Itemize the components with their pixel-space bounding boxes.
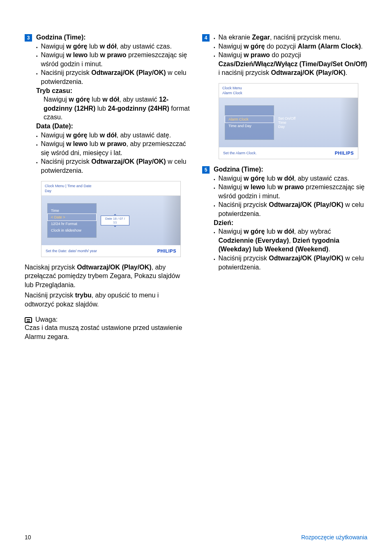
dzien-title: Dzień: xyxy=(214,219,233,226)
step3-title: Godzina (Time): xyxy=(36,34,86,41)
step5-bullet-1: Nawiguj w górę lub w dół, aby ustawić cz… xyxy=(219,174,367,183)
data-bullet-1: Nawiguj w górę lub w dół, aby ustawić da… xyxy=(41,131,190,140)
two-column-layout: 3 Godzina (Time): • Nawiguj w górę lub w… xyxy=(25,33,367,341)
philips-logo: PHILIPS xyxy=(335,151,354,155)
step-4: 4 • Na ekranie Zegar, naciśnij przycisk … xyxy=(202,33,367,77)
shot2-subtitle: Alarm Clock xyxy=(219,91,358,98)
step-5: 5 Godzina (Time): • Nawiguj w górę lub w… xyxy=(202,165,367,272)
paragraph-play-ok: Naciskaj przycisk Odtwarzaj/OK (Play/OK)… xyxy=(25,263,190,290)
menu-item-12-24: 12/24 hr Format xyxy=(48,220,96,227)
screenshot-time-and-date: Clock Menu | Time and Date Day Time < Da… xyxy=(41,181,181,257)
step3-bullet-1: Nawiguj w górę lub w dół, aby ustawić cz… xyxy=(41,42,190,51)
step-badge-5: 5 xyxy=(202,166,210,174)
section-name: Rozpoczęcie użytkowania xyxy=(301,534,367,541)
data-title: Data (Date): xyxy=(36,123,73,130)
shot2-breadcrumb: Clock Menu xyxy=(219,84,358,91)
shot1-subtitle: Day xyxy=(42,189,180,196)
step-3: 3 Godzina (Time): • Nawiguj w górę lub w… xyxy=(25,33,190,175)
step5-bullet-2: Nawiguj w lewo lub w prawo przemieszczaj… xyxy=(219,183,367,200)
step4-bullet-1: Na ekranie Zegar, naciśnij przycisk menu… xyxy=(219,33,367,42)
step3-bullet-2: Nawiguj w lewo lub w prawo przemieszczaj… xyxy=(41,51,190,68)
menu-item-time: Time xyxy=(48,207,96,214)
shot1-menu: Time < Date > 12/24 hr Format Clock in s… xyxy=(47,203,97,238)
step4-bullet-3: Nawiguj w prawo do pozycji Czas/Dzień/Wł… xyxy=(219,51,367,77)
menu-item-date: < Date > xyxy=(47,214,97,221)
page-number: 10 xyxy=(25,534,31,541)
step5-title: Godzina (Time): xyxy=(214,166,263,173)
screenshot-alarm-clock: Clock Menu Alarm Clock Alarm Clock Time … xyxy=(219,83,358,159)
note-label: Uwaga: xyxy=(35,316,58,323)
step-badge-3: 3 xyxy=(25,34,32,42)
dzien-bullet-1: Nawiguj w górę lub w dół, aby wybrać Cod… xyxy=(219,227,367,254)
menu-item-alarm-clock: Alarm Clock xyxy=(225,116,274,123)
note-icon xyxy=(25,317,32,323)
note: Uwaga: xyxy=(25,316,190,323)
shot1-breadcrumb: Clock Menu | Time and Date xyxy=(42,181,180,189)
step-badge-4: 4 xyxy=(202,34,210,42)
step3-bullet-3: Naciśnij przycisk Odtwarzaj/OK (Play/OK)… xyxy=(41,68,190,86)
shot2-footer: Set the Alarm Clock. xyxy=(223,151,257,155)
tryb-text: Nawiguj w górę lub w dół, aby ustawić 12… xyxy=(36,95,190,122)
data-bullet-2: Nawiguj w lewo lub w prawo, aby przemies… xyxy=(41,139,190,157)
step5-bullet-3: Naciśnij przycisk Odtwarzaj/OK (Play/OK)… xyxy=(219,200,367,218)
right-column: 4 • Na ekranie Zegar, naciśnij przycisk … xyxy=(202,33,367,341)
data-bullet-3: Naciśnij przycisk Odtwarzaj/OK (Play/OK)… xyxy=(41,157,190,175)
page-footer: 10 Rozpoczęcie użytkowania xyxy=(25,534,367,541)
menu-item-time-and-day: Time and Day xyxy=(225,123,274,129)
philips-logo: PHILIPS xyxy=(157,248,176,253)
menu-item-clock-slideshow: Clock in slideshow xyxy=(48,227,96,234)
note-text: Czas i data muszą zostać ustawione przed… xyxy=(25,323,190,341)
tryb-title: Tryb czasu: xyxy=(36,87,72,94)
shot1-footer: Set the Date: date/ month/ year xyxy=(46,249,97,253)
left-column: 3 Godzina (Time): • Nawiguj w górę lub w… xyxy=(25,33,190,341)
shot2-menu: Alarm Clock Time and Day xyxy=(225,105,274,140)
shot1-date-value: Date 18 / 07 / 11 xyxy=(101,216,129,225)
step4-bullet-2: Nawiguj w górę do pozycji Alarm (Alarm C… xyxy=(219,42,367,51)
dzien-bullet-2: Naciśnij przycisk Odtwarzaj/OK (Play/OK)… xyxy=(219,254,367,272)
paragraph-tryb: Naciśnij przycisk trybu, aby opuścić to … xyxy=(25,291,190,309)
